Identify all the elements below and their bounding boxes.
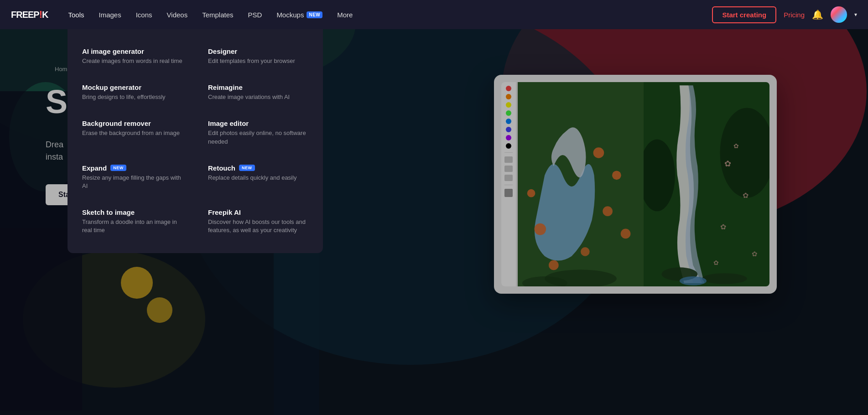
- avatar-chevron-icon[interactable]: ▾: [854, 11, 857, 18]
- menu-item-title: Freepik AI: [208, 208, 308, 216]
- pricing-link[interactable]: Pricing: [784, 11, 805, 19]
- expand-badge: NEW: [110, 165, 126, 171]
- menu-item-desc: Create images from words in real time: [82, 57, 182, 65]
- menu-item-desc: Discover how AI boosts our tools and fea…: [208, 218, 308, 234]
- nav-videos[interactable]: Videos: [161, 7, 193, 22]
- menu-item-expand[interactable]: Expand NEW Resize any image filling the …: [77, 157, 188, 197]
- avatar[interactable]: [831, 6, 847, 23]
- menu-item-title: Mockup generator: [82, 83, 182, 91]
- menu-item-image-editor[interactable]: Image editor Edit photos easily online, …: [203, 112, 314, 153]
- menu-item-desc: Bring designs to life, effortlessly: [82, 93, 182, 101]
- menu-item-title: Background remover: [82, 119, 182, 127]
- tools-dropdown: AI image generator Create images from wo…: [68, 29, 323, 253]
- retouch-badge: NEW: [239, 165, 255, 171]
- menu-item-reimagine[interactable]: Reimagine Create image variations with A…: [203, 76, 314, 109]
- nav: Tools Images Icons Videos Templates PSD …: [62, 7, 697, 22]
- menu-item-desc: Erase the background from an image: [82, 129, 182, 137]
- nav-more[interactable]: More: [332, 7, 358, 22]
- menu-item-title: Expand NEW: [82, 164, 182, 172]
- logo-text: FREEP: [11, 10, 39, 20]
- mockups-badge: NEW: [307, 11, 322, 18]
- header-right: Start creating Pricing 🔔 ▾: [712, 6, 857, 23]
- menu-item-sketch-to-image[interactable]: Sketch to image Transform a doodle into …: [77, 201, 188, 242]
- logo[interactable]: FREEP!K: [11, 9, 48, 21]
- menu-item-desc: Create image variations with AI: [208, 93, 308, 101]
- logo-text2: K: [42, 10, 48, 20]
- menu-item-title: Retouch NEW: [208, 164, 308, 172]
- nav-mockups[interactable]: Mockups NEW: [271, 7, 328, 22]
- nav-tools[interactable]: Tools: [62, 7, 89, 22]
- bell-icon[interactable]: 🔔: [812, 9, 823, 20]
- menu-item-desc: Transform a doodle into an image in real…: [82, 218, 182, 234]
- menu-item-designer[interactable]: Designer Edit templates from your browse…: [203, 40, 314, 73]
- menu-item-retouch[interactable]: Retouch NEW Replace details quickly and …: [203, 157, 314, 197]
- nav-templates[interactable]: Templates: [197, 7, 239, 22]
- menu-item-title: Reimagine: [208, 83, 308, 91]
- menu-item-ai-image-generator[interactable]: AI image generator Create images from wo…: [77, 40, 188, 73]
- menu-item-desc: Edit photos easily online, no software n…: [208, 129, 308, 145]
- menu-item-mockup-generator[interactable]: Mockup generator Bring designs to life, …: [77, 76, 188, 109]
- page: FREEP!K Tools Images Icons Videos Templa…: [0, 0, 868, 415]
- menu-item-desc: Edit templates from your browser: [208, 57, 308, 65]
- nav-psd[interactable]: PSD: [243, 7, 268, 22]
- header: FREEP!K Tools Images Icons Videos Templa…: [0, 0, 868, 29]
- menu-item-desc: Replace details quickly and easily: [208, 174, 308, 182]
- menu-item-title: Image editor: [208, 119, 308, 127]
- menu-item-background-remover[interactable]: Background remover Erase the background …: [77, 112, 188, 153]
- nav-images[interactable]: Images: [94, 7, 127, 22]
- menu-item-title: AI image generator: [82, 47, 182, 55]
- menu-item-desc: Resize any image filling the gaps with A…: [82, 174, 182, 190]
- start-creating-button[interactable]: Start creating: [712, 6, 776, 23]
- menu-item-title: Sketch to image: [82, 208, 182, 216]
- menu-item-title: Designer: [208, 47, 308, 55]
- menu-item-freepik-ai[interactable]: Freepik AI Discover how AI boosts our to…: [203, 201, 314, 242]
- nav-icons[interactable]: Icons: [130, 7, 158, 22]
